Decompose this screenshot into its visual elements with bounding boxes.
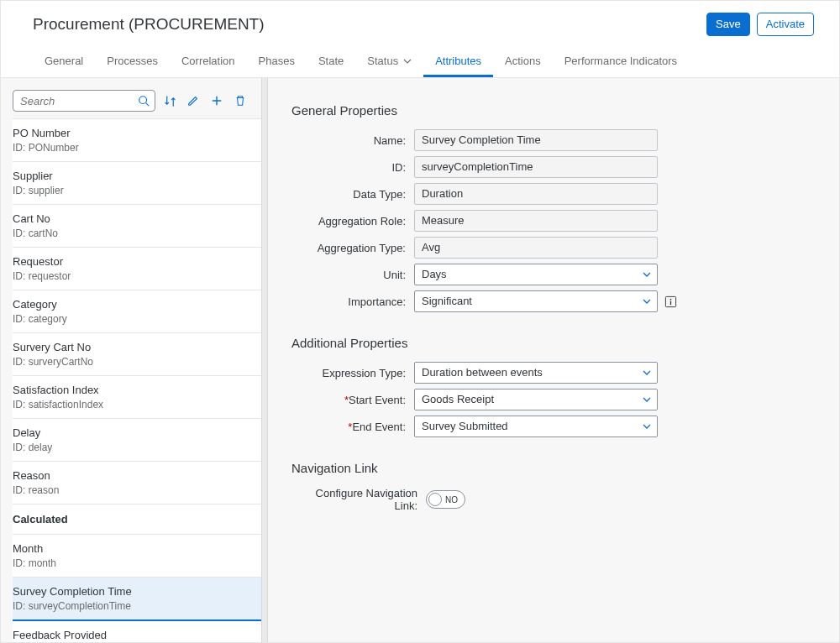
label-endevent: *End Event: (291, 421, 414, 433)
splitter[interactable] (261, 78, 268, 642)
section-title-general: General Properties (291, 103, 792, 118)
svg-point-3 (670, 298, 672, 300)
label-datatype: Data Type: (291, 188, 414, 201)
label-startevent: *Start Event: (291, 394, 414, 406)
toggle-label: NO (445, 495, 458, 504)
section-title-nav: Navigation Link (291, 461, 792, 475)
section-title-additional: Additional Properties (291, 336, 792, 350)
list-item-selected[interactable]: Survey Completion Time ID: surveyComplet… (13, 578, 261, 621)
add-button[interactable] (207, 91, 226, 110)
svg-line-1 (146, 103, 150, 107)
list-item[interactable]: Requestor ID: requestor (13, 248, 261, 290)
field-id: surveyCompletionTime (414, 156, 658, 178)
list-item[interactable]: Category ID: category (13, 290, 261, 333)
tab-attributes[interactable]: Attributes (423, 44, 493, 77)
label-exprtype: Expression Type: (291, 367, 414, 379)
header: Procurement (PROCUREMENT) Save Activate (1, 1, 839, 44)
field-aggrole: Measure (414, 210, 658, 232)
tab-processes[interactable]: Processes (95, 44, 170, 77)
label-confignav: Configure Navigation Link: (291, 487, 426, 512)
save-button[interactable]: Save (706, 13, 750, 36)
detail-panel: General Properties Name: Survey Completi… (268, 78, 839, 642)
label-aggtype: Aggregation Type: (291, 242, 414, 254)
delete-button[interactable] (231, 91, 249, 110)
toggle-knob (428, 493, 442, 506)
tab-state[interactable]: State (307, 44, 355, 77)
tab-phases[interactable]: Phases (247, 44, 307, 77)
search-icon (138, 95, 150, 107)
svg-rect-4 (670, 301, 671, 305)
page-title: Procurement (PROCUREMENT) (33, 15, 265, 34)
label-id: ID: (291, 161, 414, 174)
header-actions: Save Activate (706, 13, 814, 36)
attribute-list[interactable]: PO Number ID: PONumber Supplier ID: supp… (13, 118, 261, 642)
tab-general[interactable]: General (33, 44, 95, 77)
list-item[interactable]: Feedback Provided ID: feedbackProvided (13, 621, 261, 642)
select-endevent[interactable]: Survey Submitted (414, 416, 658, 437)
tab-actions[interactable]: Actions (493, 44, 553, 77)
list-item[interactable]: Survery Cart No ID: surveryCartNo (13, 333, 261, 376)
select-importance[interactable]: Significant (414, 290, 658, 312)
chevron-down-icon (403, 57, 412, 65)
list-item[interactable]: Cart No ID: cartNo (13, 205, 261, 248)
list-section-calculated: Calculated (13, 504, 261, 535)
search-input[interactable] (13, 90, 155, 112)
tabs: General Processes Correlation Phases Sta… (1, 44, 839, 78)
tab-performance[interactable]: Performance Indicators (553, 44, 689, 77)
tab-status-label: Status (367, 55, 398, 67)
sidebar-toolbar (13, 90, 261, 112)
label-name: Name: (291, 134, 414, 147)
list-item[interactable]: Delay ID: delay (13, 419, 261, 462)
label-aggrole: Aggregation Role: (291, 215, 414, 227)
list-item[interactable]: Satisfaction Index ID: satisfactionIndex (13, 376, 261, 419)
sort-button[interactable] (160, 91, 179, 110)
list-item[interactable]: Supplier ID: supplier (13, 162, 261, 205)
label-importance: Importance: (291, 295, 414, 308)
field-name: Survey Completion Time (414, 129, 658, 151)
sidebar: PO Number ID: PONumber Supplier ID: supp… (1, 78, 261, 642)
edit-button[interactable] (184, 91, 202, 110)
select-exprtype[interactable]: Duration between events (414, 362, 658, 384)
tab-correlation[interactable]: Correlation (170, 44, 247, 77)
toggle-navlink[interactable]: NO (426, 490, 465, 509)
tab-status[interactable]: Status (355, 44, 423, 77)
info-icon[interactable] (664, 295, 677, 308)
field-datatype: Duration (414, 183, 658, 205)
select-startevent[interactable]: Goods Receipt (414, 389, 658, 410)
activate-button[interactable]: Activate (757, 13, 814, 36)
list-item[interactable]: Reason ID: reason (13, 462, 261, 504)
list-item[interactable]: PO Number ID: PONumber (13, 119, 261, 162)
select-unit[interactable]: Days (414, 264, 658, 285)
field-aggtype: Avg (414, 237, 658, 259)
list-item[interactable]: Month ID: month (13, 535, 261, 578)
label-unit: Unit: (291, 269, 414, 281)
svg-point-0 (139, 97, 147, 104)
